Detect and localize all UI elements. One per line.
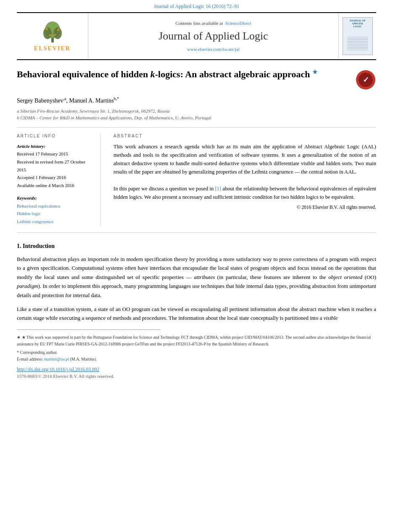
paper-title: Behavioral equivalence of hidden k-logic…	[17, 68, 348, 81]
article-info-abstract: ARTICLE INFO Article history: Received 1…	[17, 134, 376, 226]
journal-reference-bar: Journal of Applied Logic 16 (2016) 72–91	[0, 0, 393, 12]
citation-ref[interactable]: [1]	[215, 186, 222, 192]
journal-header-center: Contents lists available at ScienceDirec…	[88, 13, 338, 59]
footnote-email: E-mail address: martins@ua.pt (M.A. Mart…	[17, 356, 376, 363]
science-direct-line: Contents lists available at ScienceDirec…	[176, 21, 251, 26]
keyword-hidden[interactable]: Hidden logic	[17, 210, 94, 218]
author1-sup: ,a	[63, 96, 66, 101]
journal-header-banner: ELSEVIER Contents lists available at Sci…	[17, 12, 376, 60]
crossmark-badge: ✓	[356, 70, 376, 90]
intro-section-title: 1. Introduction	[17, 243, 376, 250]
accepted-date: Accepted 1 February 2016	[17, 174, 94, 182]
journal-title-header: Journal of Applied Logic	[158, 30, 268, 42]
keywords-title: Keywords:	[17, 195, 94, 200]
email-label: E-mail address:	[17, 357, 43, 361]
article-info-header: ARTICLE INFO	[17, 134, 94, 138]
abstract-header: ABSTRACT	[113, 134, 376, 138]
elsevier-label: ELSEVIER	[34, 45, 71, 52]
journal-thumbnail-section: JOURNAL OFAPPLIEDLOGIC	[338, 13, 376, 59]
authors-line: Sergey Babenyshev,a, Manuel A. Martinsb,…	[17, 96, 376, 104]
section-divider-2	[17, 232, 376, 233]
footnote-corresponding: * Corresponding author.	[17, 349, 376, 356]
affiliations: a Siberian Fire-Rescue Academy, Severnay…	[17, 108, 376, 121]
corresponding-text: * Corresponding author.	[17, 350, 58, 355]
doi-link[interactable]: http://dx.doi.org/10.1016/j.jal.2016.03.…	[17, 367, 376, 372]
svg-rect-9	[347, 36, 368, 51]
section-number: 1.	[17, 243, 21, 249]
abstract-col: ABSTRACT This work advances a research a…	[113, 134, 376, 226]
main-content: Behavioral equivalence of hidden k-logic…	[17, 60, 376, 387]
journal-thumbnail: JOURNAL OFAPPLIEDLOGIC	[343, 17, 373, 55]
email-link[interactable]: martins@ua.pt	[44, 357, 69, 361]
svg-point-8	[54, 34, 56, 36]
elsevier-logo-section: ELSEVIER	[17, 13, 88, 59]
star-sup: ★	[312, 69, 318, 75]
svg-text:✓: ✓	[363, 76, 369, 84]
available-date: Available online 4 March 2016	[17, 182, 94, 190]
keywords-section: Keywords: Behavioral equivalence Hidden …	[17, 195, 94, 226]
svg-point-6	[57, 29, 60, 31]
abstract-text: This work advances a research agenda whi…	[113, 142, 376, 201]
svg-point-4	[49, 23, 56, 30]
author1-name: Sergey Babenyshev	[17, 97, 63, 104]
abstract-paragraph1: This work advances a research agenda whi…	[113, 144, 376, 175]
elsevier-logo: ELSEVIER	[34, 21, 71, 52]
article-history: Article history: Received 17 February 20…	[17, 142, 94, 190]
journal-url: www.elsevier.com/locate/jal	[187, 47, 240, 52]
affiliation-b: b CIDMA – Center for R&D in Mathematics …	[17, 114, 376, 121]
paper-title-section: Behavioral equivalence of hidden k-logic…	[17, 68, 376, 90]
section-divider	[17, 127, 376, 128]
article-info-col: ARTICLE INFO Article history: Received 1…	[17, 134, 101, 226]
copyright-notice: © 2016 Elsevier B.V. All rights reserved…	[113, 205, 376, 210]
abstract-paragraph2-pre: In this paper we discuss a question we p…	[113, 186, 215, 192]
thumb-title: JOURNAL OFAPPLIEDLOGIC	[349, 19, 366, 29]
email-suffix: (M.A. Martins).	[70, 357, 97, 361]
intro-paragraph2: Like a state of a transition system, a s…	[17, 305, 376, 323]
footnote-star-text: ★ This work was supported in part by the…	[17, 335, 371, 346]
svg-point-5	[45, 28, 48, 30]
intro-paragraph1: Behavioral abstraction plays an importan…	[17, 255, 376, 300]
footnotes: ★ ★ This work was supported in part by t…	[17, 334, 376, 363]
svg-point-7	[49, 34, 51, 36]
revised-date: Received in revised form 27 October 2015	[17, 158, 94, 174]
footnote-divider	[17, 329, 161, 330]
bottom-copyright: 1570-8683/© 2016 Elsevier B.V. All right…	[17, 374, 376, 379]
received-date: Received 17 February 2015	[17, 150, 94, 158]
crossmark-icon: ✓	[356, 70, 375, 90]
footnote-star: ★ ★ This work was supported in part by t…	[17, 334, 376, 348]
author2-name: Manuel A. Martins	[69, 97, 114, 104]
science-direct-link[interactable]: ScienceDirect	[225, 21, 251, 26]
keyword-behavioral[interactable]: Behavioral equivalence	[17, 202, 94, 210]
elsevier-tree-icon	[36, 21, 69, 44]
section-name: Introduction	[23, 243, 55, 249]
affiliation-a: a Siberian Fire-Rescue Academy, Severnay…	[17, 108, 376, 115]
thumb-image-icon	[345, 29, 370, 52]
keyword-leibniz[interactable]: Leibniz congruence	[17, 218, 94, 226]
history-title: Article history:	[17, 142, 94, 150]
author2-sup: b,*	[114, 96, 119, 101]
star-symbol: ★	[17, 335, 22, 340]
journal-reference-text: Journal of Applied Logic 16 (2016) 72–91	[154, 3, 239, 9]
